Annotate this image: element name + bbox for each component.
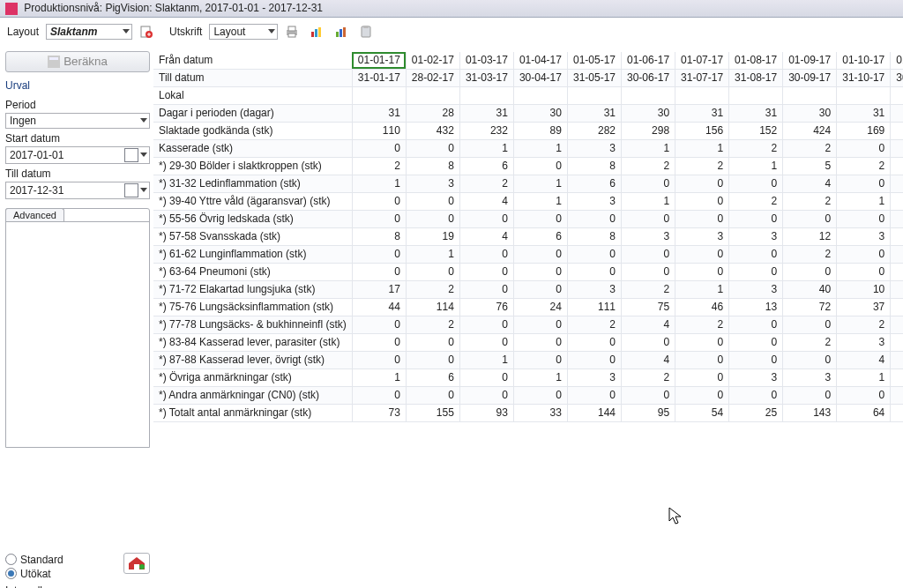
table-cell[interactable]: 1 [513, 192, 567, 210]
table-cell[interactable]: 1 [513, 368, 567, 386]
table-cell[interactable]: 44 [352, 298, 406, 316]
start-datum-input[interactable]: 2017-01-01 [5, 146, 150, 164]
table-cell[interactable]: 13 [729, 298, 783, 316]
table-cell[interactable]: 0 [406, 386, 459, 404]
table-cell[interactable]: 0 [729, 210, 783, 227]
table-cell[interactable]: 2 [783, 192, 837, 210]
table-cell[interactable]: 0 [891, 263, 903, 280]
table-cell[interactable]: 31-10-17 [837, 69, 891, 86]
table-cell[interactable]: 1 [837, 192, 891, 210]
table-cell[interactable]: 46 [891, 404, 903, 421]
table-cell[interactable]: 3 [729, 368, 783, 386]
table-cell[interactable]: 0 [513, 386, 567, 404]
table-cell[interactable]: 3 [567, 192, 621, 210]
table-cell[interactable]: 2 [622, 368, 675, 386]
table-cell[interactable]: 28-02-17 [406, 69, 459, 86]
table-cell[interactable]: 89 [891, 122, 903, 139]
table-cell[interactable]: 143 [783, 404, 837, 421]
table-cell[interactable]: 0 [567, 263, 621, 280]
table-cell[interactable]: 2 [459, 175, 513, 192]
table-cell[interactable]: 6 [513, 227, 567, 245]
table-cell[interactable]: 0 [675, 263, 729, 280]
table-cell[interactable]: 30 [891, 104, 903, 122]
table-cell[interactable]: 01-08-17 [729, 52, 783, 70]
table-cell[interactable]: 3 [891, 227, 903, 245]
table-cell[interactable]: 3 [567, 368, 621, 386]
table-cell[interactable]: 0 [352, 386, 406, 404]
berakna-button[interactable]: Beräkna [5, 51, 150, 72]
table-cell[interactable]: 31-01-17 [352, 69, 406, 86]
table-cell[interactable]: 31 [567, 104, 621, 122]
clipboard-button[interactable] [355, 21, 377, 42]
table-cell[interactable]: 4 [459, 192, 513, 210]
table-cell[interactable]: 8 [567, 157, 621, 175]
table-cell[interactable]: 0 [352, 316, 406, 333]
table-cell[interactable]: 30 [622, 104, 675, 122]
table-cell[interactable] [459, 86, 513, 104]
table-cell[interactable]: 0 [891, 316, 903, 333]
table-cell[interactable] [729, 86, 783, 104]
table-cell[interactable]: 0 [459, 280, 513, 298]
table-cell[interactable]: 31 [675, 104, 729, 122]
table-cell[interactable]: 1 [352, 175, 406, 192]
table-cell[interactable]: 282 [567, 122, 621, 139]
table-cell[interactable]: 0 [783, 316, 837, 333]
table-cell[interactable]: 0 [622, 263, 675, 280]
table-cell[interactable]: 0 [783, 351, 837, 368]
table-cell[interactable] [891, 86, 903, 104]
radio-utokat[interactable]: Utökat [5, 567, 123, 581]
table-cell[interactable] [783, 86, 837, 104]
table-cell[interactable]: 1 [513, 175, 567, 192]
table-cell[interactable]: 0 [837, 245, 891, 263]
table-cell[interactable]: 0 [352, 192, 406, 210]
table-cell[interactable]: 0 [891, 139, 903, 157]
farm-button[interactable] [123, 553, 150, 574]
table-cell[interactable]: 8 [406, 157, 459, 175]
table-cell[interactable]: 01-04-17 [513, 52, 567, 70]
table-cell[interactable]: 0 [783, 386, 837, 404]
table-cell[interactable]: 01-06-17 [622, 52, 675, 70]
table-cell[interactable]: 0 [729, 175, 783, 192]
table-cell[interactable]: 6 [567, 175, 621, 192]
table-cell[interactable]: 0 [406, 139, 459, 157]
table-cell[interactable]: 3 [675, 227, 729, 245]
table-cell[interactable]: 01-07-17 [675, 52, 729, 70]
till-datum-input[interactable]: 2017-12-31 [5, 182, 150, 199]
chart-button-2[interactable] [331, 21, 352, 42]
table-cell[interactable]: 54 [675, 404, 729, 421]
table-cell[interactable]: 114 [406, 298, 459, 316]
table-cell[interactable]: 1 [513, 139, 567, 157]
table-cell[interactable]: 2 [783, 333, 837, 351]
table-cell[interactable]: 3 [837, 333, 891, 351]
table-cell[interactable]: 75 [622, 298, 675, 316]
table-cell[interactable]: 0 [891, 351, 903, 368]
table-cell[interactable]: 5 [783, 157, 837, 175]
table-cell[interactable]: 4 [459, 227, 513, 245]
table-cell[interactable]: 0 [567, 386, 621, 404]
table-cell[interactable]: 33 [513, 404, 567, 421]
table-cell[interactable]: 1 [622, 139, 675, 157]
table-cell[interactable]: 0 [837, 175, 891, 192]
table-cell[interactable]: 0 [567, 210, 621, 227]
table-cell[interactable]: 73 [352, 404, 406, 421]
table-cell[interactable]: 1 [837, 368, 891, 386]
table-cell[interactable]: 0 [729, 351, 783, 368]
radio-standard[interactable]: Standard [5, 553, 123, 567]
table-cell[interactable]: 0 [406, 263, 459, 280]
table-cell[interactable]: 01-05-17 [567, 52, 621, 70]
table-cell[interactable]: 156 [675, 122, 729, 139]
table-cell[interactable]: 0 [675, 368, 729, 386]
table-cell[interactable]: 1 [891, 245, 903, 263]
table-cell[interactable]: 8 [567, 227, 621, 245]
table-cell[interactable]: 0 [352, 245, 406, 263]
table-cell[interactable]: 0 [675, 175, 729, 192]
table-cell[interactable]: 0 [891, 192, 903, 210]
table-cell[interactable]: 0 [406, 210, 459, 227]
layout-edit-button[interactable] [136, 21, 157, 42]
table-cell[interactable]: 4 [837, 351, 891, 368]
table-cell[interactable]: 1 [406, 245, 459, 263]
period-combobox[interactable]: Ingen [5, 113, 150, 129]
tab-advanced[interactable]: Advanced [5, 208, 64, 221]
table-cell[interactable]: 24 [513, 298, 567, 316]
table-cell[interactable] [675, 86, 729, 104]
